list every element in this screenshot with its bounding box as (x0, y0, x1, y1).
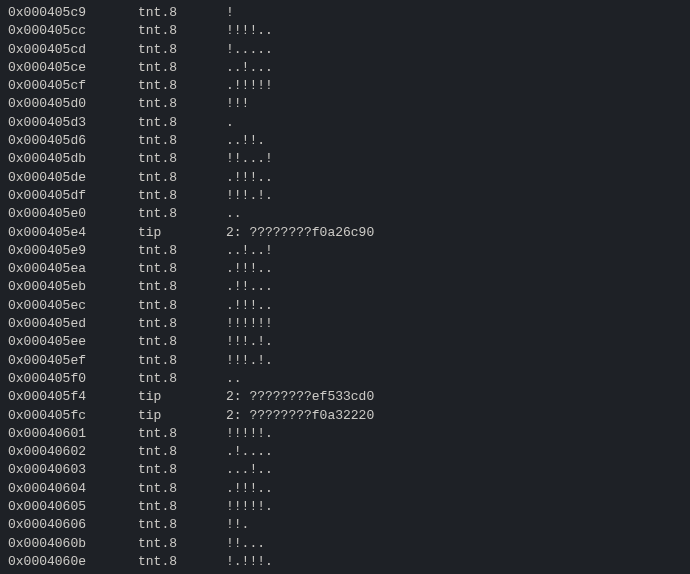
address-cell: 0x00040606 (8, 516, 138, 534)
detail-cell: !..... (226, 41, 682, 59)
trace-row: 0x0004060btnt.8!!... (8, 535, 682, 553)
address-cell: 0x000405f0 (8, 370, 138, 388)
address-cell: 0x000405eb (8, 278, 138, 296)
trace-row: 0x000405fctip2: ????????f0a32220 (8, 407, 682, 425)
trace-row: 0x000405cdtnt.8!..... (8, 41, 682, 59)
trace-row: 0x00040604tnt.8.!!!.. (8, 480, 682, 498)
type-cell: tip (138, 388, 226, 406)
address-cell: 0x000405e4 (8, 224, 138, 242)
trace-row: 0x00040606tnt.8!!. (8, 516, 682, 534)
trace-row: 0x000405ebtnt.8.!!... (8, 278, 682, 296)
detail-cell: .!!!.. (226, 480, 682, 498)
type-cell: tnt.8 (138, 114, 226, 132)
address-cell: 0x000405cf (8, 77, 138, 95)
detail-cell: !!!!.. (226, 22, 682, 40)
address-cell: 0x00040603 (8, 461, 138, 479)
type-cell: tnt.8 (138, 95, 226, 113)
trace-row: 0x00040605tnt.8!!!!!. (8, 498, 682, 516)
type-cell: tnt.8 (138, 553, 226, 571)
address-cell: 0x0004060b (8, 535, 138, 553)
type-cell: tnt.8 (138, 370, 226, 388)
detail-cell: .!!!.. (226, 169, 682, 187)
type-cell: tnt.8 (138, 278, 226, 296)
trace-row: 0x000405c9tnt.8! (8, 4, 682, 22)
address-cell: 0x000405d6 (8, 132, 138, 150)
detail-cell: !.!!!. (226, 553, 682, 571)
address-cell: 0x000405fc (8, 407, 138, 425)
detail-cell: !!. (226, 516, 682, 534)
type-cell: tnt.8 (138, 4, 226, 22)
trace-row: 0x000405eatnt.8.!!!.. (8, 260, 682, 278)
address-cell: 0x00040602 (8, 443, 138, 461)
detail-cell: !!! (226, 95, 682, 113)
address-cell: 0x000405ed (8, 315, 138, 333)
detail-cell: ..!... (226, 59, 682, 77)
type-cell: tnt.8 (138, 425, 226, 443)
type-cell: tnt.8 (138, 41, 226, 59)
type-cell: tnt.8 (138, 443, 226, 461)
detail-cell: !!...! (226, 150, 682, 168)
detail-cell: .!!!.. (226, 297, 682, 315)
type-cell: tnt.8 (138, 187, 226, 205)
trace-row: 0x000405detnt.8.!!!.. (8, 169, 682, 187)
detail-cell: ..!!. (226, 132, 682, 150)
trace-row: 0x000405cetnt.8..!... (8, 59, 682, 77)
address-cell: 0x000405c9 (8, 4, 138, 22)
trace-row: 0x0004060etnt.8!.!!!. (8, 553, 682, 571)
address-cell: 0x000405cc (8, 22, 138, 40)
type-cell: tnt.8 (138, 77, 226, 95)
detail-cell: !!... (226, 535, 682, 553)
trace-row: 0x000405edtnt.8!!!!!! (8, 315, 682, 333)
trace-row: 0x000405cftnt.8.!!!!! (8, 77, 682, 95)
type-cell: tnt.8 (138, 132, 226, 150)
address-cell: 0x000405e0 (8, 205, 138, 223)
trace-row: 0x000405cctnt.8!!!!.. (8, 22, 682, 40)
trace-row: 0x000405f0tnt.8.. (8, 370, 682, 388)
trace-row: 0x000405eetnt.8!!!.!. (8, 333, 682, 351)
trace-row: 0x000405e0tnt.8.. (8, 205, 682, 223)
type-cell: tnt.8 (138, 498, 226, 516)
trace-row: 0x00040601tnt.8!!!!!. (8, 425, 682, 443)
type-cell: tnt.8 (138, 333, 226, 351)
trace-row: 0x000405e9tnt.8..!..! (8, 242, 682, 260)
type-cell: tnt.8 (138, 535, 226, 553)
detail-cell: 2: ????????f0a32220 (226, 407, 682, 425)
type-cell: tnt.8 (138, 242, 226, 260)
detail-cell: .. (226, 370, 682, 388)
type-cell: tnt.8 (138, 297, 226, 315)
trace-row: 0x000405f4tip2: ????????ef533cd0 (8, 388, 682, 406)
detail-cell: ..!..! (226, 242, 682, 260)
detail-cell: 2: ????????ef533cd0 (226, 388, 682, 406)
address-cell: 0x000405d3 (8, 114, 138, 132)
trace-row: 0x000405dftnt.8!!!.!. (8, 187, 682, 205)
type-cell: tnt.8 (138, 59, 226, 77)
type-cell: tnt.8 (138, 461, 226, 479)
type-cell: tnt.8 (138, 22, 226, 40)
detail-cell: !!!!!! (226, 315, 682, 333)
address-cell: 0x00040605 (8, 498, 138, 516)
detail-cell: !!!!!. (226, 498, 682, 516)
address-cell: 0x000405ec (8, 297, 138, 315)
detail-cell: !!!.!. (226, 352, 682, 370)
type-cell: tip (138, 407, 226, 425)
address-cell: 0x000405cd (8, 41, 138, 59)
type-cell: tnt.8 (138, 205, 226, 223)
trace-row: 0x00040603tnt.8...!.. (8, 461, 682, 479)
detail-cell: .!!!.. (226, 260, 682, 278)
address-cell: 0x000405ea (8, 260, 138, 278)
type-cell: tnt.8 (138, 315, 226, 333)
detail-cell: ! (226, 4, 682, 22)
trace-row: 0x000405d0tnt.8!!! (8, 95, 682, 113)
trace-row: 0x00040602tnt.8.!.... (8, 443, 682, 461)
address-cell: 0x000405ce (8, 59, 138, 77)
address-cell: 0x000405db (8, 150, 138, 168)
address-cell: 0x000405df (8, 187, 138, 205)
type-cell: tnt.8 (138, 169, 226, 187)
trace-row: 0x000405e4tip2: ????????f0a26c90 (8, 224, 682, 242)
trace-row: 0x000405d6tnt.8..!!. (8, 132, 682, 150)
trace-row: 0x000405dbtnt.8!!...! (8, 150, 682, 168)
address-cell: 0x000405de (8, 169, 138, 187)
address-cell: 0x000405f4 (8, 388, 138, 406)
detail-cell: 2: ????????f0a26c90 (226, 224, 682, 242)
detail-cell: .!!!!! (226, 77, 682, 95)
